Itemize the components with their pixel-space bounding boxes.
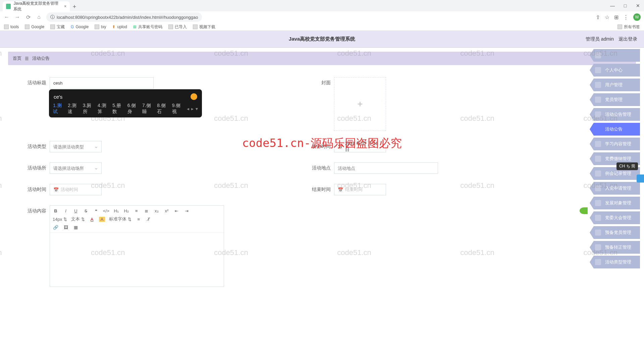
- sub-icon[interactable]: x₂: [154, 208, 160, 213]
- bookmark-item[interactable]: tools: [4, 24, 19, 29]
- address-input[interactable]: [334, 162, 438, 174]
- tab-close-icon[interactable]: ×: [64, 4, 66, 9]
- ime-candidate[interactable]: 7.侧睡: [142, 103, 152, 115]
- profile-avatar[interactable]: W: [633, 13, 641, 21]
- folder-icon: [95, 24, 99, 29]
- share-icon[interactable]: ⇪: [596, 14, 600, 20]
- ime-candidate[interactable]: 2.测速: [68, 103, 77, 115]
- ime-candidate[interactable]: 6.侧身: [127, 103, 137, 115]
- video-icon[interactable]: ▦: [73, 225, 79, 230]
- sidebar-item-home[interactable]: [590, 49, 640, 62]
- breadcrumb-home[interactable]: 首页: [13, 55, 21, 61]
- all-bookmarks[interactable]: 所有书签: [618, 24, 640, 30]
- quote-icon[interactable]: ❝: [93, 208, 99, 213]
- row-type: 活动类型: [25, 141, 282, 152]
- sidebar-item-study[interactable]: 学习内容管理: [590, 138, 640, 150]
- bookmark-item[interactable]: 已导入: [168, 24, 187, 30]
- minimize-icon[interactable]: —: [609, 3, 616, 8]
- fontcolor-icon[interactable]: A: [89, 217, 95, 222]
- url-box[interactable]: ⓘ localhost:8080/springbootx422b/admin/d…: [46, 12, 202, 22]
- place-select[interactable]: [50, 162, 102, 174]
- end-time-input[interactable]: 📅结束时间: [334, 184, 386, 195]
- ol-icon[interactable]: ≡: [133, 208, 140, 213]
- home-icon[interactable]: ⌂: [36, 14, 42, 20]
- float-widget-icon[interactable]: [637, 174, 644, 183]
- list-icon: [595, 259, 601, 265]
- bookmark-icon[interactable]: ☆: [605, 14, 609, 20]
- bold-icon[interactable]: B: [53, 208, 59, 213]
- sidebar-item-users[interactable]: 用户管理: [590, 79, 640, 91]
- bookmark-item[interactable]: ⬆uplod: [112, 24, 127, 29]
- link-icon[interactable]: 🔗: [53, 225, 59, 230]
- fontsize-select[interactable]: 14px ⇅: [53, 217, 67, 222]
- assistant-bubble-icon[interactable]: [580, 207, 588, 214]
- ime-prev-icon[interactable]: ◂: [187, 106, 189, 111]
- ime-lang-badge[interactable]: CH ち 简: [616, 162, 638, 170]
- ime-candidate[interactable]: 5.册数: [112, 103, 122, 115]
- sidebar-item-develop[interactable]: 发展对象管理: [590, 197, 640, 209]
- outdent-icon[interactable]: ⇥: [184, 208, 190, 213]
- italic-icon[interactable]: I: [63, 208, 69, 213]
- sidebar-item-congress[interactable]: 党委大会管理: [590, 211, 640, 224]
- ime-candidate[interactable]: 4.测算: [98, 103, 107, 115]
- sidebar-item-profile[interactable]: 个人中心: [590, 64, 640, 77]
- sidebar-item-announce[interactable]: 活动公告: [590, 123, 640, 136]
- indent-icon[interactable]: ⇤: [174, 208, 180, 213]
- bookmark-item[interactable]: txy: [95, 24, 106, 29]
- h1-icon[interactable]: H₁: [113, 208, 119, 213]
- image-icon[interactable]: 🖼: [63, 225, 69, 230]
- extensions-icon[interactable]: ⊞: [614, 14, 619, 20]
- home-icon: [595, 52, 601, 58]
- ime-candidate[interactable]: 1.测试: [53, 103, 62, 115]
- bookmark-item[interactable]: 宝藏: [50, 24, 65, 30]
- menu-icon[interactable]: ⋮: [623, 14, 629, 20]
- maximize-icon[interactable]: □: [622, 3, 629, 8]
- site-info-icon[interactable]: ⓘ: [50, 14, 55, 20]
- title-input[interactable]: [50, 77, 154, 89]
- user-icon: [595, 156, 601, 162]
- sidebar-item-candidate[interactable]: 预备党员管理: [590, 226, 640, 239]
- tab-favicon: [6, 4, 11, 9]
- bookmark-item[interactable]: 视频下载: [193, 24, 215, 30]
- strike-icon[interactable]: S̶: [83, 208, 89, 213]
- publish-date-input[interactable]: 📅2024 年 07 月 16 日: [334, 141, 386, 152]
- textmode-select[interactable]: 文本 ⇅: [71, 216, 85, 222]
- label-publish: 发布时间: [309, 141, 331, 150]
- code-icon[interactable]: </>: [103, 208, 109, 213]
- logout-button[interactable]: 退出登录: [619, 36, 637, 42]
- bookmark-item[interactable]: Google: [25, 24, 44, 29]
- clear-icon[interactable]: T̸: [146, 217, 152, 222]
- new-tab-button[interactable]: +: [70, 2, 79, 11]
- bookmark-item[interactable]: GGoogle: [71, 24, 89, 29]
- h2-icon[interactable]: H₂: [123, 208, 129, 213]
- cover-uploader[interactable]: +: [334, 77, 386, 131]
- ime-dropdown-icon[interactable]: ▾: [196, 106, 198, 111]
- ime-candidate[interactable]: 8.侧石: [157, 103, 166, 115]
- fontfamily-select[interactable]: 标准字体 ⇅: [109, 216, 131, 222]
- app-header: Java高校党支部党务管理系统 管理员 admin 退出登录: [0, 31, 644, 48]
- ime-candidate[interactable]: 9.侧视: [172, 103, 181, 115]
- close-window-icon[interactable]: ✕: [635, 3, 641, 8]
- browser-tab[interactable]: Java高校党支部党务管理系统 ×: [3, 1, 70, 11]
- align-icon[interactable]: ≡: [136, 217, 142, 222]
- forward-icon[interactable]: →: [14, 14, 21, 20]
- sidebar-item-promote[interactable]: 预备转正管理: [590, 241, 640, 254]
- back-icon[interactable]: ←: [3, 14, 10, 20]
- reload-icon[interactable]: ⟳: [25, 14, 32, 20]
- label-place: 活动场所: [25, 162, 46, 171]
- type-select[interactable]: [50, 141, 102, 152]
- editor-body[interactable]: [50, 233, 224, 287]
- sidebar-item-announce-mgmt[interactable]: 活动公告管理: [590, 108, 640, 121]
- ul-icon[interactable]: ≣: [144, 208, 150, 213]
- sidebar-item-members[interactable]: 党员管理: [590, 93, 640, 106]
- sidebar-item-act-type[interactable]: 活动类型管理: [590, 256, 640, 268]
- browser-chrome: Java高校党支部党务管理系统 × + — □ ✕ ← → ⟳ ⌂ ⓘ loca…: [0, 0, 644, 31]
- bookmark-item[interactable]: ⊞共享账号密码: [133, 24, 162, 30]
- time-input[interactable]: 📅活动时间: [50, 184, 102, 195]
- sidebar-item-apply[interactable]: 入党申请管理: [590, 182, 640, 195]
- highlight-icon[interactable]: A: [99, 217, 105, 222]
- ime-candidate[interactable]: 3.厕所: [83, 103, 92, 115]
- sup-icon[interactable]: x²: [164, 208, 170, 213]
- ime-next-icon[interactable]: ▸: [191, 106, 194, 111]
- underline-icon[interactable]: U: [73, 208, 79, 213]
